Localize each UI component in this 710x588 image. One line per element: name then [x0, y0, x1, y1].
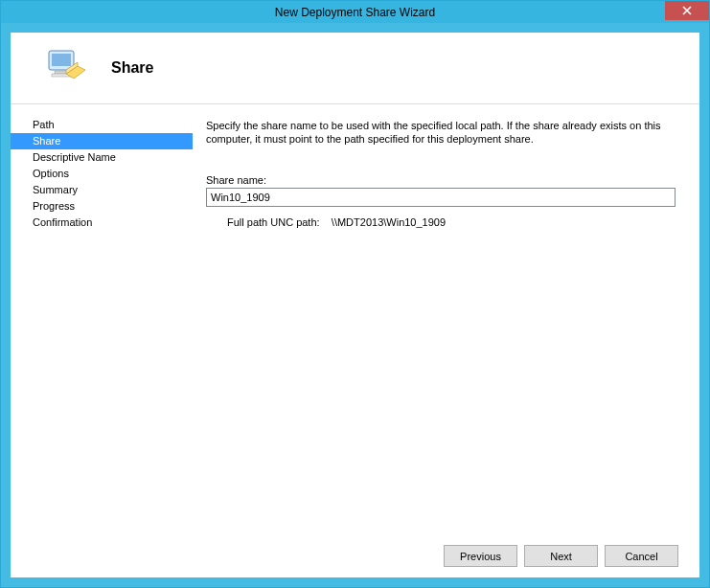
wizard-window: New Deployment Share Wizard Share Path [0, 0, 710, 588]
svg-rect-1 [52, 54, 71, 66]
button-row: Previous Next Cancel [11, 534, 699, 577]
page-title: Share [111, 59, 153, 77]
share-name-label: Share name: [206, 174, 676, 186]
sidebar-item-descriptive-name[interactable]: Descriptive Name [11, 149, 193, 166]
wizard-header: Share [11, 33, 699, 104]
unc-path-value: \\MDT2013\Win10_1909 [332, 216, 446, 228]
body-area: Path Share Descriptive Name Options Summ… [11, 104, 699, 534]
close-button[interactable] [665, 1, 709, 20]
sidebar-item-options[interactable]: Options [11, 166, 193, 182]
instructions-text: Specify the share name to be used with t… [206, 119, 676, 146]
content-container: Share Path Share Descriptive Name Option… [11, 33, 699, 577]
sidebar-item-share[interactable]: Share [11, 133, 193, 149]
window-frame: Share Path Share Descriptive Name Option… [1, 23, 709, 587]
cancel-button[interactable]: Cancel [605, 545, 678, 567]
sidebar-item-path[interactable]: Path [11, 117, 193, 133]
unc-path-label: Full path UNC path: [227, 216, 320, 228]
close-icon [682, 6, 692, 15]
sidebar-item-summary[interactable]: Summary [11, 182, 193, 198]
deployment-share-icon [41, 45, 87, 91]
previous-button[interactable]: Previous [444, 545, 517, 567]
sidebar-item-confirmation[interactable]: Confirmation [11, 215, 193, 231]
wizard-steps-sidebar: Path Share Descriptive Name Options Summ… [11, 104, 193, 534]
window-title: New Deployment Share Wizard [275, 6, 435, 19]
main-panel: Specify the share name to be used with t… [193, 104, 699, 534]
next-button[interactable]: Next [524, 545, 598, 567]
titlebar: New Deployment Share Wizard [1, 1, 709, 23]
unc-path-row: Full path UNC path: \\MDT2013\Win10_1909 [206, 216, 676, 228]
sidebar-item-progress[interactable]: Progress [11, 198, 193, 215]
share-name-input[interactable] [206, 188, 676, 207]
